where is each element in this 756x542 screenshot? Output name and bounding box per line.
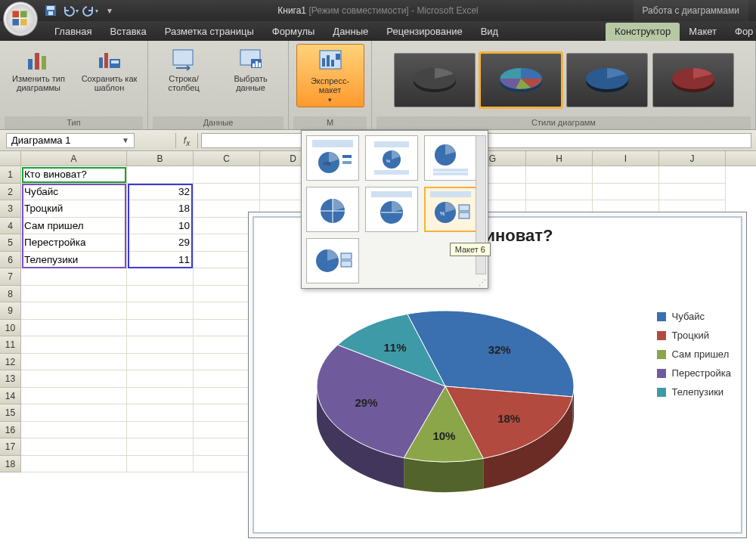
pie-plot[interactable] (294, 273, 596, 515)
row-header-15[interactable]: 15 (0, 404, 21, 422)
redo-icon[interactable]: ▾ (82, 2, 98, 19)
row-header-7[interactable]: 7 (0, 268, 21, 286)
cell-B14[interactable] (127, 388, 194, 405)
row-header-12[interactable]: 12 (0, 354, 21, 371)
cell-A4[interactable]: Сам пришел (21, 218, 127, 235)
cell-I2[interactable] (593, 184, 659, 201)
cell-B18[interactable] (127, 456, 194, 473)
cell-A6[interactable]: Телепузики (21, 252, 127, 269)
cell-A17[interactable] (21, 438, 127, 456)
cell-A2[interactable]: Чубайс (21, 184, 127, 201)
cell-B8[interactable] (127, 286, 194, 303)
cell-A8[interactable] (21, 286, 127, 303)
cell-H1[interactable] (526, 166, 593, 184)
cell-B3[interactable]: 18 (127, 200, 194, 218)
tab-layout[interactable]: Макет (680, 23, 726, 41)
layout-option-3[interactable] (424, 135, 477, 181)
cell-B9[interactable] (127, 302, 194, 320)
legend-item[interactable]: Троцкий (657, 330, 731, 341)
tab-data[interactable]: Данные (324, 23, 377, 41)
cell-J2[interactable] (659, 184, 726, 201)
layout-option-1[interactable]: =% (306, 135, 359, 181)
row-header-5[interactable]: 5 (0, 234, 21, 252)
row-header-1[interactable]: 1 (0, 166, 21, 184)
cell-B17[interactable] (127, 438, 194, 456)
row-header-11[interactable]: 11 (0, 336, 21, 354)
tab-formulas[interactable]: Формулы (263, 23, 324, 41)
cell-A14[interactable] (21, 388, 127, 405)
cell-B12[interactable] (127, 354, 194, 371)
row-header-16[interactable]: 16 (0, 422, 21, 439)
cell-B6[interactable]: 11 (127, 252, 194, 269)
tab-insert[interactable]: Вставка (101, 23, 155, 41)
cell-A15[interactable] (21, 404, 127, 422)
legend-item[interactable]: Чубайс (657, 311, 731, 322)
chart-style-1[interactable] (394, 53, 476, 107)
row-header-9[interactable]: 9 (0, 302, 21, 320)
cell-J1[interactable] (659, 166, 726, 184)
undo-icon[interactable]: ▾ (62, 2, 79, 19)
col-header-B[interactable]: B (127, 151, 194, 166)
cell-A10[interactable] (21, 320, 127, 337)
layout-option-5[interactable] (365, 187, 418, 232)
save-template-button[interactable]: Сохранить как шаблон (76, 44, 143, 94)
cell-A5[interactable]: Перестройка (21, 234, 127, 252)
row-header-10[interactable]: 10 (0, 320, 21, 337)
col-header-I[interactable]: I (593, 151, 659, 166)
chart-style-4[interactable] (652, 53, 734, 107)
cell-A7[interactable] (21, 268, 127, 286)
select-data-button[interactable]: Выбрать данные (218, 44, 284, 94)
col-header-H[interactable]: H (526, 151, 593, 166)
cell-A3[interactable]: Троцкий (21, 200, 127, 218)
legend-item[interactable]: Перестройка (657, 367, 731, 379)
layout-option-2[interactable]: % (365, 135, 418, 181)
change-chart-type-button[interactable]: Изменить тип диаграммы (5, 44, 73, 94)
tab-review[interactable]: Рецензирование (377, 23, 471, 41)
col-header-C[interactable]: C (194, 151, 260, 166)
cell-C1[interactable] (194, 166, 260, 184)
chart-style-3[interactable] (566, 53, 648, 107)
resize-grip-icon[interactable]: ⋰ (479, 278, 486, 286)
cell-A9[interactable] (21, 302, 127, 320)
cell-B13[interactable] (127, 370, 194, 388)
quick-layout-dropdown[interactable]: =% % % ⋰ Макет 6 (301, 130, 488, 289)
cell-B4[interactable]: 10 (127, 218, 194, 235)
office-button[interactable] (3, 2, 38, 36)
cell-B2[interactable]: 32 (127, 184, 194, 201)
cell-B16[interactable] (127, 422, 194, 439)
legend-item[interactable]: Телепузики (657, 386, 731, 398)
cell-B1[interactable] (127, 166, 194, 184)
cell-A16[interactable] (21, 422, 127, 439)
quick-layout-button[interactable]: Экспресс-макет ▾ (296, 44, 364, 107)
cell-A12[interactable] (21, 354, 127, 371)
chart-legend[interactable]: ЧубайсТроцкийСам пришелПерестройкаТелепу… (657, 303, 731, 405)
tab-page-layout[interactable]: Разметка страницы (156, 23, 263, 41)
row-header-8[interactable]: 8 (0, 286, 21, 303)
cell-B7[interactable] (127, 268, 194, 286)
row-header-14[interactable]: 14 (0, 388, 21, 405)
fx-button[interactable]: fx (175, 133, 198, 148)
cell-B10[interactable] (127, 320, 194, 337)
cell-A11[interactable] (21, 336, 127, 354)
tab-home[interactable]: Главная (45, 23, 101, 41)
cell-I1[interactable] (593, 166, 659, 184)
cell-B5[interactable]: 29 (127, 234, 194, 252)
row-header-13[interactable]: 13 (0, 370, 21, 388)
cell-A1[interactable]: Кто виноват? (21, 166, 127, 184)
switch-row-col-button[interactable]: Строка/столбец (153, 44, 215, 94)
tab-format[interactable]: Фор (726, 23, 756, 41)
cell-H2[interactable] (526, 184, 593, 201)
save-icon[interactable] (42, 2, 59, 19)
cell-A13[interactable] (21, 370, 127, 388)
row-header-2[interactable]: 2 (0, 184, 21, 201)
layout-option-4[interactable] (306, 187, 359, 232)
chevron-down-icon[interactable]: ▼ (122, 136, 129, 144)
layout-option-7[interactable] (306, 238, 359, 283)
row-header-18[interactable]: 18 (0, 456, 21, 473)
cell-A18[interactable] (21, 456, 127, 473)
row-header-17[interactable]: 17 (0, 438, 21, 456)
cell-B11[interactable] (127, 336, 194, 354)
tab-view[interactable]: Вид (472, 23, 508, 41)
row-header-6[interactable]: 6 (0, 252, 21, 269)
legend-item[interactable]: Сам пришел (657, 348, 731, 360)
